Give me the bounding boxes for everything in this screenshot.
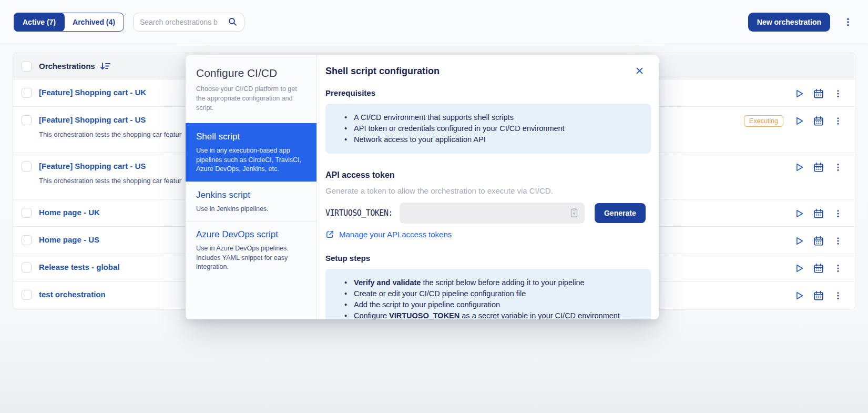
orchestration-description: This orchestration tests the shopping ca… xyxy=(39,177,181,185)
schedule-icon[interactable] xyxy=(812,87,825,100)
token-value-field xyxy=(400,203,585,224)
generate-token-button[interactable]: Generate xyxy=(595,203,646,223)
orchestration-title-link[interactable]: [Feature] Shopping cart - US xyxy=(39,161,181,172)
row-checkbox[interactable] xyxy=(22,88,32,98)
token-variable-label: VIRTUOSO_TOKEN: xyxy=(325,208,393,218)
row-actions xyxy=(793,87,844,100)
archive-filter-tabs: Active (7) Archived (4) xyxy=(14,13,124,32)
row-actions xyxy=(793,235,844,247)
run-orchestration-icon[interactable] xyxy=(793,262,805,275)
modal-subtitle: Choose your CI/CD platform to get the ap… xyxy=(196,85,306,113)
toolbar-kebab-menu-icon[interactable] xyxy=(842,16,854,28)
prerequisite-item: Network access to your application API xyxy=(332,134,645,145)
close-icon[interactable] xyxy=(633,64,646,77)
setup-step-item: Create or edit your CI/CD pipeline confi… xyxy=(332,288,645,299)
schedule-icon[interactable] xyxy=(812,115,825,127)
token-input[interactable] xyxy=(400,209,585,217)
schedule-icon[interactable] xyxy=(812,262,825,275)
schedule-icon[interactable] xyxy=(812,289,825,302)
row-main: [Feature] Shopping cart - USThis orchest… xyxy=(39,115,181,138)
option-title: Shell script xyxy=(196,131,306,143)
cicd-platform-sidebar: Configure CI/CD Choose your CI/CD platfo… xyxy=(186,55,317,319)
orchestration-title-link[interactable]: [Feature] Shopping cart - UK xyxy=(39,87,146,98)
setup-step-item: Verify and validate the script below bef… xyxy=(332,277,645,288)
setup-steps-box: Verify and validate the script below bef… xyxy=(325,269,651,319)
row-main: Home page - US xyxy=(39,235,99,245)
new-orchestration-button[interactable]: New orchestration xyxy=(748,13,830,32)
row-main: [Feature] Shopping cart - UK xyxy=(39,87,146,98)
token-row: VIRTUOSO_TOKEN: Generate xyxy=(325,203,651,224)
option-title: Azure DevOps script xyxy=(196,229,306,240)
row-main: Release tests - global xyxy=(39,262,119,273)
setup-steps-heading: Setup steps xyxy=(325,254,651,263)
row-kebab-menu-icon[interactable] xyxy=(832,87,844,100)
executing-status-badge: Executing xyxy=(744,115,783,127)
manage-tokens-link[interactable]: Manage your API access tokens xyxy=(325,230,452,239)
run-orchestration-icon[interactable] xyxy=(793,289,805,302)
top-toolbar: Active (7) Archived (4) New orchestratio… xyxy=(0,0,868,44)
option-description: Use in any execution-based app pipelines… xyxy=(196,146,306,174)
panel-title: Shell script configuration xyxy=(325,66,651,77)
orchestration-title-link[interactable]: Release tests - global xyxy=(39,262,119,273)
run-orchestration-icon[interactable] xyxy=(793,115,805,127)
prerequisite-item: API token or credentials configured in y… xyxy=(332,123,645,134)
shell-script-configuration-panel: Shell script configuration Prerequisites… xyxy=(317,55,659,319)
orchestration-title-link[interactable]: Home page - US xyxy=(39,235,99,245)
row-actions xyxy=(793,161,844,174)
row-checkbox[interactable] xyxy=(22,235,32,245)
row-kebab-menu-icon[interactable] xyxy=(832,235,844,247)
schedule-icon[interactable] xyxy=(812,207,825,220)
setup-step-item: Add the script to your pipeline configur… xyxy=(332,299,645,310)
option-description: Use in Azure DevOps pipelines. Includes … xyxy=(196,244,306,272)
prerequisites-box: A CI/CD environment that supports shell … xyxy=(325,104,651,154)
api-token-description: Generate a token to allow the orchestrat… xyxy=(325,186,651,195)
row-actions: Executing xyxy=(744,115,844,127)
search-input[interactable] xyxy=(140,18,228,26)
sidebar-header: Configure CI/CD Choose your CI/CD platfo… xyxy=(186,55,316,123)
row-checkbox[interactable] xyxy=(22,208,32,218)
orchestration-title-link[interactable]: [Feature] Shopping cart - US xyxy=(39,115,181,125)
row-actions xyxy=(793,207,844,220)
tab-archived[interactable]: Archived (4) xyxy=(64,13,124,31)
orchestrations-column-header: Orchestrations xyxy=(39,62,110,70)
select-all-checkbox[interactable] xyxy=(22,62,32,72)
row-main: test orchestration xyxy=(39,289,106,300)
row-actions xyxy=(793,262,844,275)
row-kebab-menu-icon[interactable] xyxy=(832,262,844,275)
orchestrations-header-label: Orchestrations xyxy=(39,62,95,70)
prerequisite-item: A CI/CD environment that supports shell … xyxy=(332,112,645,123)
row-actions xyxy=(793,289,844,302)
row-kebab-menu-icon[interactable] xyxy=(832,207,844,220)
search-icon[interactable] xyxy=(228,17,238,27)
run-orchestration-icon[interactable] xyxy=(793,207,805,220)
row-main: Home page - UK xyxy=(39,207,100,218)
sort-descending-icon[interactable] xyxy=(100,62,110,70)
orchestration-title-link[interactable]: Home page - UK xyxy=(39,207,100,218)
manage-tokens-label: Manage your API access tokens xyxy=(339,230,452,239)
run-orchestration-icon[interactable] xyxy=(793,235,805,247)
search-box[interactable] xyxy=(133,13,244,32)
tab-active[interactable]: Active (7) xyxy=(14,13,65,32)
api-access-token-heading: API access token xyxy=(325,170,651,180)
row-checkbox[interactable] xyxy=(22,162,32,172)
cicd-option-shell-script[interactable]: Shell scriptUse in any execution-based a… xyxy=(186,123,316,182)
modal-title: Configure CI/CD xyxy=(196,67,306,79)
configure-cicd-modal: Configure CI/CD Choose your CI/CD platfo… xyxy=(186,55,659,319)
cicd-option-jenkins-script[interactable]: Jenkins scriptUse in Jenkins pipelines. xyxy=(186,182,316,221)
schedule-icon[interactable] xyxy=(812,235,825,247)
row-kebab-menu-icon[interactable] xyxy=(832,115,844,127)
cicd-option-azure-devops-script[interactable]: Azure DevOps scriptUse in Azure DevOps p… xyxy=(186,221,316,279)
setup-step-item: Configure VIRTUOSO_TOKEN as a secret var… xyxy=(332,310,645,319)
schedule-icon[interactable] xyxy=(812,161,825,174)
row-kebab-menu-icon[interactable] xyxy=(832,289,844,302)
orchestration-title-link[interactable]: test orchestration xyxy=(39,289,106,300)
run-orchestration-icon[interactable] xyxy=(793,161,805,174)
external-link-icon xyxy=(325,230,334,239)
run-orchestration-icon[interactable] xyxy=(793,87,805,100)
row-checkbox[interactable] xyxy=(22,290,32,300)
row-checkbox[interactable] xyxy=(22,263,32,273)
row-checkbox[interactable] xyxy=(22,115,32,125)
option-description: Use in Jenkins pipelines. xyxy=(196,205,306,214)
row-kebab-menu-icon[interactable] xyxy=(832,161,844,174)
copy-to-clipboard-icon[interactable] xyxy=(568,207,580,218)
